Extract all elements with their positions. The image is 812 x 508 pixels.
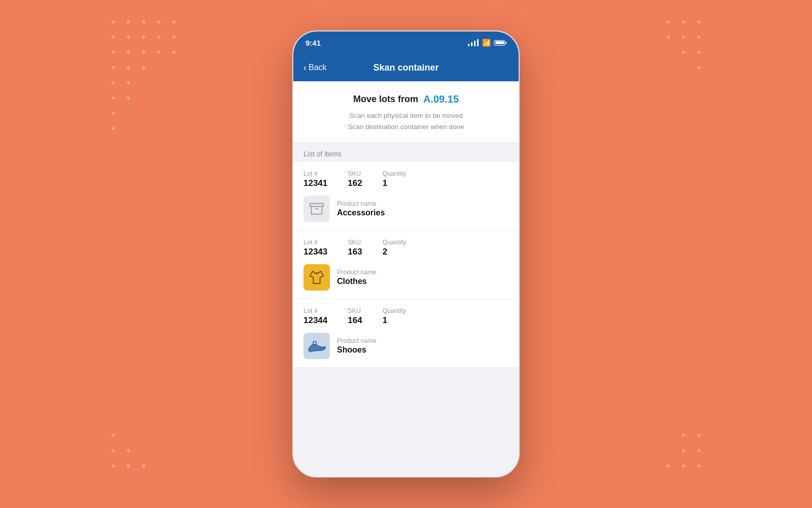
lot-field-3: Lot # 12344 [303,307,327,326]
product-text-2: Product name Clothes [337,269,377,286]
product-name-value-1: Accessories [337,208,385,217]
items-list[interactable]: Lot # 12341 SKU 162 Quantity 1 [293,162,519,368]
product-text-1: Product name Accessories [337,200,385,217]
qty-label-3: Quantity [383,307,407,314]
lot-value-1: 12341 [303,178,327,188]
clothes-icon [309,269,325,285]
list-item: Lot # 12344 SKU 164 Quantity 1 [293,299,519,368]
sku-value-3: 164 [348,315,362,326]
qty-value-2: 2 [383,247,407,257]
shoe-icon [307,338,326,354]
qty-field-2: Quantity 2 [383,239,407,257]
product-info-2: Product name Clothes [303,264,509,291]
location-code: A.09.15 [423,93,459,105]
section-label: List of items [293,143,519,162]
status-icons: 📶 [468,39,506,47]
back-chevron-icon: ‹ [303,62,307,73]
sku-value-2: 163 [348,247,362,257]
signal-icon [468,39,479,46]
sku-label-2: SKU [348,239,362,246]
header-card: Move lots from A.09.15 Scan each physica… [293,81,519,143]
qty-label-2: Quantity [383,239,407,246]
lot-value-2: 12343 [303,247,327,257]
phone-frame: 9:41 📶 ‹ Back Skan conta [292,30,520,478]
status-time: 9:41 [306,39,321,47]
qty-value-3: 1 [383,315,407,326]
list-item: Lot # 12341 SKU 162 Quantity 1 [293,162,519,231]
sku-field-1: SKU 162 [348,170,362,188]
move-title-row: Move lots from A.09.15 [303,93,509,105]
product-text-3: Product name Shooes [337,337,377,355]
product-name-label-2: Product name [337,269,377,276]
sku-label-1: SKU [348,170,362,177]
item-meta-2: Lot # 12343 SKU 163 Quantity 2 [303,239,509,257]
product-thumbnail-3 [303,333,330,359]
nav-bar: ‹ Back Skan container [293,54,519,81]
qty-label-1: Quantity [383,170,407,177]
item-meta-1: Lot # 12341 SKU 162 Quantity 1 [303,170,509,188]
lot-field-1: Lot # 12341 [303,170,327,188]
sku-field-2: SKU 163 [348,239,362,257]
subtitle-line1: Scan each physical item to be moved [349,112,463,119]
svg-rect-0 [310,204,323,207]
product-name-label-1: Product name [337,200,385,207]
battery-icon [494,40,506,46]
lot-label-3: Lot # [303,307,327,314]
back-button[interactable]: ‹ Back [303,62,327,73]
lot-field-2: Lot # 12343 [303,239,327,257]
product-info-3: Product name Shooes [303,333,509,359]
header-subtitle: Scan each physical item to be moved Scan… [303,110,509,132]
lot-value-3: 12344 [303,315,327,326]
sku-field-3: SKU 164 [348,307,362,326]
product-name-value-3: Shooes [337,345,377,355]
subtitle-line2: Scan destination container when done [348,123,464,131]
product-thumbnail-1 [303,196,330,222]
lot-label-2: Lot # [303,239,327,246]
lot-label-1: Lot # [303,170,327,177]
qty-field-3: Quantity 1 [383,307,407,326]
move-title-text: Move lots from [353,94,418,105]
qty-field-1: Quantity 1 [383,170,407,188]
qty-value-1: 1 [383,178,407,188]
wifi-icon: 📶 [482,39,491,47]
product-name-value-2: Clothes [337,277,377,286]
sku-value-1: 162 [348,178,362,188]
page-title: Skan container [373,62,438,73]
back-label: Back [309,63,327,72]
product-name-label-3: Product name [337,337,377,344]
box-icon [310,202,324,216]
item-meta-3: Lot # 12344 SKU 164 Quantity 1 [303,307,509,326]
status-bar: 9:41 📶 [293,31,519,54]
product-thumbnail-2 [303,264,330,291]
sku-label-3: SKU [348,307,362,314]
product-info-1: Product name Accessories [303,196,509,222]
list-item: Lot # 12343 SKU 163 Quantity 2 [293,231,519,299]
